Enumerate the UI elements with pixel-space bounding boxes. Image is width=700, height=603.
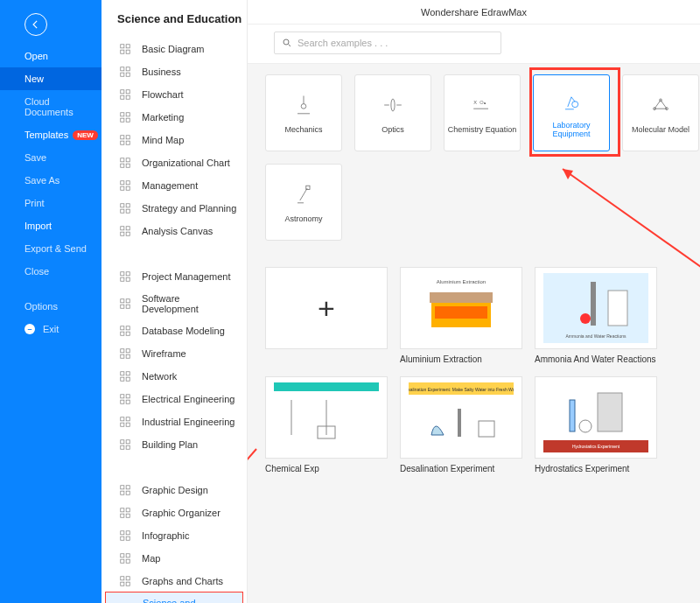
- sidebar-item-save[interactable]: Save: [0, 146, 102, 169]
- subcategory-tile-mechanics[interactable]: Mechanics: [265, 74, 342, 151]
- tile-label: Astronomy: [284, 214, 322, 223]
- category-item-wireframe[interactable]: Wireframe: [102, 342, 247, 365]
- templates-label: Templates: [24, 130, 68, 140]
- template-label: Aluminium Extraction: [400, 354, 522, 364]
- svg-text:O₂: O₂: [480, 100, 486, 105]
- category-item-management[interactable]: Management: [102, 174, 247, 197]
- template-thumbnail: [265, 376, 388, 459]
- category-item-flowchart[interactable]: Flowchart: [102, 83, 247, 106]
- sidebar-item-print[interactable]: Print: [0, 192, 102, 214]
- category-item-strategy-and-planning[interactable]: Strategy and Planning: [102, 197, 247, 220]
- template-chemical-exp[interactable]: Chemical Exp: [265, 376, 388, 473]
- sidebar-item-cloud-documents[interactable]: Cloud Documents: [0, 90, 102, 123]
- sidebar-item-import[interactable]: Import: [0, 214, 102, 237]
- category-icon: [119, 202, 131, 214]
- optics-icon: [380, 92, 406, 118]
- template-desalination-experiment[interactable]: Desalination Experiment: Make Salty Wate…: [400, 376, 522, 473]
- category-item-organizational-chart[interactable]: Organizational Chart: [102, 151, 247, 174]
- new-badge: NEW: [73, 130, 98, 140]
- category-item-basic-diagram[interactable]: Basic Diagram: [102, 38, 247, 60]
- template-hydrostatics-experiment[interactable]: Hydrostatics ExperimentHydrostatics Expe…: [535, 376, 657, 473]
- search-box[interactable]: [274, 32, 501, 54]
- chemistry-equation-icon: XO₂: [469, 92, 495, 118]
- subcategory-tile-laboratory-equipment[interactable]: Laboratory Equipment: [533, 74, 610, 151]
- template-aluminium-extraction[interactable]: Aluminium ExtractionAluminium Extraction: [400, 267, 522, 364]
- svg-point-96: [284, 39, 289, 45]
- svg-rect-7: [126, 73, 130, 76]
- svg-rect-12: [121, 113, 124, 116]
- svg-rect-2: [121, 50, 124, 53]
- svg-rect-84: [121, 577, 124, 580]
- back-button[interactable]: [24, 13, 47, 36]
- laboratory-equipment-icon: [558, 88, 584, 114]
- category-item-science-and-education[interactable]: Science and Education: [105, 592, 243, 603]
- svg-rect-86: [121, 582, 124, 585]
- category-item-software-development[interactable]: Software Development: [102, 288, 247, 319]
- category-icon: [119, 370, 131, 382]
- template-label: Ammonia And Water Reactions: [535, 354, 657, 364]
- svg-rect-55: [126, 377, 130, 381]
- sidebar-item-close[interactable]: Close: [0, 260, 102, 283]
- category-label: Graphic Organizer: [142, 508, 220, 518]
- category-item-infographic[interactable]: Infographic: [102, 524, 247, 547]
- category-label: Database Modeling: [142, 326, 225, 336]
- category-item-map[interactable]: Map: [102, 547, 247, 570]
- svg-rect-75: [126, 514, 130, 517]
- svg-rect-35: [126, 232, 130, 235]
- category-item-business[interactable]: Business: [102, 60, 247, 83]
- category-item-database-modeling[interactable]: Database Modeling: [102, 319, 247, 342]
- search-input[interactable]: [298, 38, 494, 48]
- category-icon: [119, 347, 131, 360]
- category-item-marketing[interactable]: Marketing: [102, 106, 247, 129]
- category-item-graphs-and-charts[interactable]: Graphs and Charts: [102, 570, 247, 592]
- subcategory-tile-molecular-model[interactable]: Molecular Model: [622, 74, 699, 151]
- sidebar-item-exit[interactable]: – Exit: [0, 318, 102, 340]
- svg-rect-37: [126, 272, 130, 276]
- category-item-mind-map[interactable]: Mind Map: [102, 129, 247, 151]
- svg-rect-38: [121, 277, 124, 281]
- svg-rect-52: [121, 372, 124, 375]
- svg-rect-22: [121, 164, 124, 167]
- svg-rect-140: [570, 400, 575, 431]
- sidebar-item-save-as[interactable]: Save As: [0, 169, 102, 192]
- svg-rect-135: [458, 409, 461, 437]
- category-item-industrial-engineering[interactable]: Industrial Engineering: [102, 410, 247, 433]
- svg-rect-78: [121, 536, 124, 540]
- subcategory-tile-chemistry-equation[interactable]: XO₂Chemistry Equation: [444, 74, 521, 151]
- sidebar-item-templates[interactable]: Templates NEW: [0, 123, 102, 146]
- category-label: Analysis Canvas: [142, 226, 213, 236]
- category-icon: [119, 393, 131, 405]
- svg-line-142: [248, 449, 256, 580]
- template-blank[interactable]: +: [265, 267, 388, 364]
- sidebar-item-new[interactable]: New: [0, 67, 102, 90]
- svg-point-99: [301, 104, 306, 109]
- svg-rect-77: [126, 531, 130, 535]
- svg-rect-45: [126, 326, 130, 330]
- category-item-graphic-design[interactable]: Graphic Design: [102, 479, 247, 501]
- category-item-analysis-canvas[interactable]: Analysis Canvas: [102, 220, 247, 242]
- mechanics-icon: [290, 92, 317, 118]
- category-label: Management: [142, 180, 198, 191]
- category-item-electrical-engineering[interactable]: Electrical Engineering: [102, 388, 247, 410]
- svg-text:Hydrostatics Experiment: Hydrostatics Experiment: [572, 444, 620, 449]
- svg-rect-5: [126, 67, 130, 71]
- category-icon: [119, 507, 131, 519]
- svg-rect-47: [126, 332, 130, 335]
- svg-rect-56: [121, 395, 124, 398]
- category-label: Basic Diagram: [142, 44, 205, 54]
- category-item-network[interactable]: Network: [102, 365, 247, 388]
- sidebar-item-export-send[interactable]: Export & Send: [0, 237, 102, 260]
- category-item-graphic-organizer[interactable]: Graphic Organizer: [102, 501, 247, 524]
- sidebar-item-options[interactable]: Options: [0, 295, 102, 318]
- svg-rect-14: [121, 118, 124, 122]
- subcategory-tile-optics[interactable]: Optics: [354, 74, 431, 151]
- template-ammonia-and-water-reactions[interactable]: Ammonia and Water ReactionsAmmonia And W…: [535, 267, 657, 364]
- svg-text:X: X: [473, 100, 477, 105]
- svg-rect-25: [126, 181, 130, 185]
- svg-rect-42: [121, 305, 124, 308]
- subcategory-tile-astronomy[interactable]: Astronomy: [265, 164, 342, 241]
- category-item-project-management[interactable]: Project Management: [102, 265, 247, 288]
- sidebar-item-open[interactable]: Open: [0, 45, 102, 67]
- category-item-building-plan[interactable]: Building Plan: [102, 433, 247, 456]
- category-icon: [119, 225, 131, 237]
